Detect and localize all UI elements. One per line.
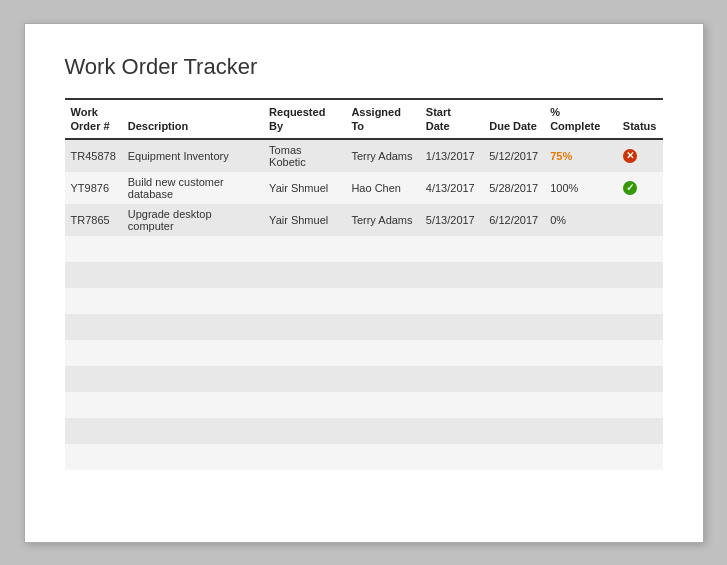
empty-cell	[420, 314, 483, 340]
empty-cell	[263, 288, 345, 314]
empty-row	[65, 288, 663, 314]
cell-due-date: 5/12/2017	[483, 139, 544, 172]
empty-cell	[544, 314, 617, 340]
empty-cell	[617, 236, 663, 262]
col-requested-by: Requested By	[263, 99, 345, 140]
cell-start-date: 5/13/2017	[420, 204, 483, 236]
empty-cell	[544, 366, 617, 392]
empty-cell	[345, 366, 419, 392]
table-row: YT9876Build new customer databaseYair Sh…	[65, 172, 663, 204]
cell-status: ✓	[617, 172, 663, 204]
empty-cell	[483, 392, 544, 418]
empty-cell	[263, 314, 345, 340]
cell-work-order: TR45878	[65, 139, 122, 172]
col-pct-complete: % Complete	[544, 99, 617, 140]
empty-cell	[617, 288, 663, 314]
empty-cell	[483, 236, 544, 262]
empty-cell	[122, 288, 263, 314]
col-work-order: WorkOrder #	[65, 99, 122, 140]
empty-cell	[122, 236, 263, 262]
empty-row	[65, 314, 663, 340]
cell-pct-complete: 100%	[544, 172, 617, 204]
col-assigned-to: Assigned To	[345, 99, 419, 140]
empty-cell	[483, 314, 544, 340]
empty-row	[65, 418, 663, 444]
status-ok-icon: ✓	[623, 181, 637, 195]
cell-pct-complete: 75%	[544, 139, 617, 172]
empty-cell	[65, 262, 122, 288]
empty-cell	[617, 392, 663, 418]
empty-cell	[544, 262, 617, 288]
empty-cell	[483, 262, 544, 288]
cell-assigned-to: Terry Adams	[345, 204, 419, 236]
empty-cell	[345, 340, 419, 366]
cell-start-date: 4/13/2017	[420, 172, 483, 204]
empty-cell	[345, 314, 419, 340]
empty-cell	[122, 314, 263, 340]
empty-cell	[263, 444, 345, 470]
status-error-icon: ✕	[623, 149, 637, 163]
empty-cell	[65, 340, 122, 366]
empty-cell	[122, 262, 263, 288]
cell-requested-by: Yair Shmuel	[263, 204, 345, 236]
empty-cell	[420, 288, 483, 314]
empty-cell	[483, 288, 544, 314]
empty-cell	[263, 236, 345, 262]
cell-description: Build new customer database	[122, 172, 263, 204]
empty-cell	[420, 366, 483, 392]
empty-cell	[420, 262, 483, 288]
empty-cell	[122, 392, 263, 418]
empty-cell	[544, 288, 617, 314]
empty-cell	[617, 262, 663, 288]
empty-cell	[345, 418, 419, 444]
empty-cell	[483, 444, 544, 470]
empty-cell	[420, 340, 483, 366]
empty-cell	[345, 236, 419, 262]
empty-cell	[617, 340, 663, 366]
empty-cell	[544, 340, 617, 366]
empty-cell	[420, 236, 483, 262]
col-start-date: Start Date	[420, 99, 483, 140]
empty-row	[65, 444, 663, 470]
table-row: TR45878Equipment InventoryTomas KobeticT…	[65, 139, 663, 172]
empty-row	[65, 262, 663, 288]
cell-status: ✕	[617, 139, 663, 172]
empty-cell	[263, 366, 345, 392]
cell-due-date: 5/28/2017	[483, 172, 544, 204]
empty-cell	[483, 366, 544, 392]
empty-cell	[122, 418, 263, 444]
empty-cell	[263, 340, 345, 366]
cell-status	[617, 204, 663, 236]
cell-start-date: 1/13/2017	[420, 139, 483, 172]
empty-cell	[65, 392, 122, 418]
cell-assigned-to: Terry Adams	[345, 139, 419, 172]
empty-cell	[544, 236, 617, 262]
col-due-date: Due Date	[483, 99, 544, 140]
col-description: Description	[122, 99, 263, 140]
empty-cell	[617, 418, 663, 444]
empty-cell	[617, 314, 663, 340]
empty-cell	[420, 444, 483, 470]
empty-cell	[65, 418, 122, 444]
empty-cell	[345, 262, 419, 288]
empty-row	[65, 392, 663, 418]
empty-cell	[65, 366, 122, 392]
empty-cell	[65, 236, 122, 262]
cell-description: Equipment Inventory	[122, 139, 263, 172]
empty-cell	[345, 288, 419, 314]
empty-cell	[544, 444, 617, 470]
empty-cell	[483, 418, 544, 444]
empty-cell	[345, 392, 419, 418]
empty-cell	[122, 444, 263, 470]
cell-requested-by: Yair Shmuel	[263, 172, 345, 204]
empty-cell	[617, 366, 663, 392]
page-title: Work Order Tracker	[65, 54, 663, 80]
cell-requested-by: Tomas Kobetic	[263, 139, 345, 172]
cell-due-date: 6/12/2017	[483, 204, 544, 236]
cell-assigned-to: Hao Chen	[345, 172, 419, 204]
empty-cell	[345, 444, 419, 470]
empty-cell	[65, 444, 122, 470]
cell-pct-complete: 0%	[544, 204, 617, 236]
empty-cell	[263, 392, 345, 418]
empty-cell	[544, 392, 617, 418]
